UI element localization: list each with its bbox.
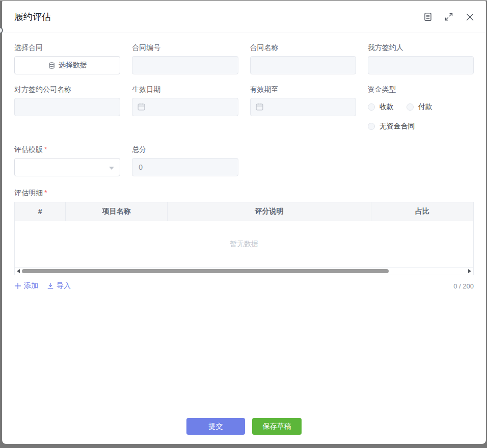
radio-make-payment[interactable]: 付款 (407, 102, 432, 112)
database-icon (48, 62, 56, 69)
scroll-left-arrow-icon[interactable] (17, 269, 20, 273)
calendar-icon (255, 102, 264, 111)
horizontal-scrollbar[interactable] (15, 268, 473, 275)
plus-icon (14, 282, 21, 289)
import-icon (47, 282, 54, 289)
field-evaluation-template: 评估模版* (14, 145, 120, 176)
effective-date-picker[interactable] (132, 98, 238, 116)
column-header-project-name: 项目名称 (66, 202, 168, 221)
our-signatory-input[interactable] (368, 56, 474, 74)
field-label: 合同名称 (250, 43, 356, 51)
radio-label: 无资金合同 (380, 122, 415, 131)
import-link[interactable]: 导入 (47, 281, 71, 291)
expand-icon[interactable] (444, 12, 453, 21)
form-row-1: 选择合同 选择数据 合同编号 合同名称 我方签约人 (14, 43, 474, 74)
document-icon[interactable] (423, 12, 432, 21)
save-draft-button[interactable]: 保存草稿 (252, 418, 302, 435)
scroll-right-arrow-icon[interactable] (468, 269, 471, 273)
column-header-index: # (15, 202, 66, 221)
evaluation-details-table: # 项目名称 评分说明 占比 暂无数据 (14, 202, 474, 275)
table-actions-row: 添加 导入 0 / 200 (14, 281, 474, 291)
valid-until-input[interactable] (250, 98, 356, 116)
field-total-score: 总分 (132, 145, 238, 176)
dialog-header: 履约评估 (2, 1, 486, 33)
add-row-link-label: 添加 (24, 281, 38, 291)
radio-icon (368, 103, 375, 111)
performance-evaluation-dialog: 履约评估 (2, 1, 486, 444)
import-link-label: 导入 (57, 281, 71, 291)
dialog-body: 选择合同 选择数据 合同编号 合同名称 我方签约人 (2, 33, 486, 444)
field-contract-name: 合同名称 (250, 43, 356, 74)
field-counterparty-company: 对方签约公司名称 (14, 85, 120, 131)
scrollbar-thumb[interactable] (22, 269, 389, 273)
counterparty-company-input[interactable] (14, 98, 120, 116)
radio-label: 付款 (418, 102, 432, 112)
column-header-percentage: 占比 (371, 202, 473, 221)
field-label: 对方签约公司名称 (14, 85, 120, 93)
radio-label: 收款 (380, 102, 394, 112)
submit-button[interactable]: 提交 (186, 418, 245, 435)
evaluation-template-select[interactable] (14, 158, 120, 176)
radio-receive-payment[interactable]: 收款 (368, 102, 394, 112)
add-row-link[interactable]: 添加 (14, 281, 38, 291)
row3-spacer (250, 145, 356, 176)
fund-type-options-line1: 收款 付款 (368, 98, 474, 116)
row3-spacer (368, 145, 474, 176)
field-label: 选择合同 (14, 43, 120, 51)
column-header-score-description: 评分说明 (168, 202, 371, 221)
form-row-3: 评估模版* 总分 (14, 145, 474, 176)
contract-name-input[interactable] (250, 56, 356, 74)
field-label-text: 评估模版 (14, 145, 43, 153)
effective-date-input[interactable] (132, 98, 238, 116)
table-empty-state: 暂无数据 (15, 221, 473, 268)
close-icon[interactable] (465, 12, 475, 22)
field-contract-no: 合同编号 (132, 43, 238, 74)
field-label: 评估模版* (14, 145, 120, 153)
radio-icon (368, 123, 375, 130)
fund-type-options-line2: 无资金合同 (368, 121, 474, 131)
select-data-button[interactable]: 选择数据 (14, 56, 120, 74)
required-asterisk: * (44, 145, 47, 153)
dialog-header-icons (423, 12, 475, 22)
select-data-button-label: 选择数据 (59, 61, 87, 70)
required-asterisk: * (44, 189, 47, 197)
field-select-contract: 选择合同 选择数据 (14, 43, 120, 74)
form-row-2: 对方签约公司名称 生效日期 (14, 85, 474, 131)
field-valid-until: 有效期至 (250, 85, 356, 131)
valid-until-picker[interactable] (250, 98, 356, 116)
table-header-row: # 项目名称 评分说明 占比 (15, 202, 473, 221)
field-effective-date: 生效日期 (132, 85, 238, 131)
radio-icon (407, 103, 414, 111)
field-label: 有效期至 (250, 85, 356, 93)
field-our-signatory: 我方签约人 (368, 43, 474, 74)
radio-no-fund-contract[interactable]: 无资金合同 (368, 122, 415, 131)
row-count-indicator: 0 / 200 (453, 282, 474, 290)
field-label: 合同编号 (132, 43, 238, 51)
details-label-text: 评估明细 (14, 189, 43, 197)
chevron-down-icon (109, 167, 114, 170)
dialog-title: 履约评估 (14, 11, 51, 23)
contract-no-input[interactable] (132, 56, 238, 74)
field-label: 总分 (132, 145, 238, 153)
total-score-input[interactable] (132, 158, 238, 176)
dialog-footer: 提交 保存草稿 (14, 418, 474, 444)
field-fund-type: 资金类型 收款 付款 无资金合同 (368, 85, 474, 131)
field-label: 我方签约人 (368, 43, 474, 51)
field-label: 生效日期 (132, 85, 238, 93)
details-label: 评估明细* (14, 189, 474, 197)
calendar-icon (137, 102, 146, 111)
field-label: 资金类型 (368, 85, 474, 93)
